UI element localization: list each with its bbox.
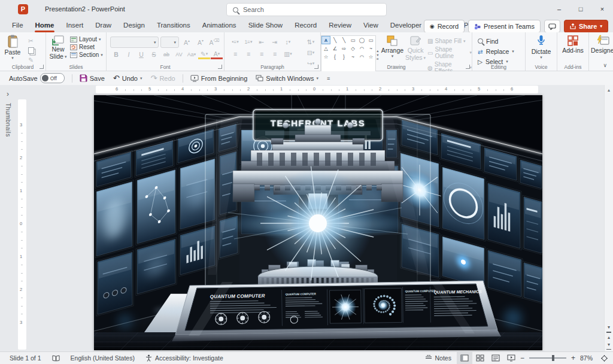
from-beginning-button[interactable]: From Beginning <box>187 75 251 82</box>
shape-fill-button[interactable]: ▨Shape Fill▾ <box>427 38 472 44</box>
reset-button[interactable]: Reset <box>70 44 103 50</box>
tab-file[interactable]: File <box>6 18 29 32</box>
paragraph-dialog-launcher[interactable] <box>314 65 318 69</box>
text-box-shape[interactable]: A <box>321 36 330 44</box>
slide-canvas[interactable]: TECHFRONT LABS <box>94 95 542 350</box>
arc-shape[interactable]: ◠ <box>357 44 366 53</box>
arrow-line-shape[interactable]: ╲ <box>339 36 348 44</box>
tab-draw[interactable]: Draw <box>89 18 117 32</box>
tab-insert[interactable]: Insert <box>60 18 89 32</box>
autosave-toggle[interactable]: AutoSave Off <box>6 73 68 83</box>
zoom-out-button[interactable]: − <box>519 354 526 362</box>
align-left-button[interactable]: ≡ <box>229 49 241 59</box>
text-shadow-button[interactable]: ab <box>160 50 172 59</box>
justify-button[interactable]: ≡ <box>269 49 281 59</box>
spell-check-button[interactable] <box>47 355 65 362</box>
tab-slide-show[interactable]: Slide Show <box>242 18 289 32</box>
bold-button[interactable]: B <box>110 50 122 59</box>
scroll-down-arrow[interactable]: ▾ <box>608 324 610 330</box>
font-dialog-launcher[interactable] <box>218 65 222 69</box>
text-direction-button[interactable]: ⇅▾ <box>305 37 317 47</box>
rectangle-shape[interactable]: ▭ <box>348 36 357 44</box>
expand-thumbnails-button[interactable]: › <box>7 90 9 98</box>
comments-button[interactable] <box>544 20 560 33</box>
section-button[interactable]: Section▾ <box>70 51 103 58</box>
dictate-button[interactable]: Dictate ▾ <box>526 32 557 59</box>
tab-review[interactable]: Review <box>323 18 357 32</box>
next-slide-button[interactable]: ▾ <box>608 342 610 347</box>
tab-developer[interactable]: Developer <box>384 18 427 32</box>
normal-view-button[interactable] <box>457 352 472 364</box>
slide-indicator[interactable]: Slide 1 of 1 <box>0 354 47 362</box>
zoom-level[interactable]: 87% <box>576 354 596 362</box>
minimize-button[interactable]: – <box>548 0 570 18</box>
align-right-button[interactable]: ≡ <box>256 49 268 59</box>
oval-shape[interactable]: ◯ <box>357 36 366 44</box>
numbering-button[interactable]: 1≡▾ <box>242 37 254 47</box>
present-in-teams-button[interactable]: Present in Teams <box>468 20 541 33</box>
close-button[interactable]: × <box>591 0 613 18</box>
find-button[interactable]: Find <box>472 37 525 46</box>
font-color-button[interactable]: A▾ <box>211 50 223 59</box>
chord-shape[interactable]: ◠ <box>357 53 366 61</box>
paste-button[interactable]: Paste ▾ <box>0 32 25 65</box>
line-shape[interactable]: ╲ <box>330 36 339 44</box>
grow-font-button[interactable]: A▴ <box>181 38 193 47</box>
clear-formatting-button[interactable]: A⌫ <box>208 38 220 47</box>
vertical-scrollbar[interactable]: ▴ ▾ ▴ ▾ <box>604 85 613 352</box>
clipboard-dialog-launcher[interactable] <box>40 65 44 69</box>
fit-slide-button[interactable] <box>596 352 612 364</box>
record-button[interactable]: ◉ Record <box>424 20 465 33</box>
format-painter-button[interactable]: ✎ <box>25 55 37 65</box>
columns-button[interactable]: ▥▾ <box>282 49 294 59</box>
switch-windows-button[interactable]: Switch Windows▾ <box>253 75 321 82</box>
triangle-shape[interactable]: △ <box>321 44 330 53</box>
previous-slide-button[interactable]: ▴ <box>608 335 610 340</box>
align-text-button[interactable]: ⊟▾ <box>305 48 317 57</box>
cut-button[interactable]: ✂ <box>25 36 37 46</box>
slideshow-view-button[interactable] <box>503 352 519 364</box>
tab-animations[interactable]: Animations <box>196 18 242 32</box>
shapes-more[interactable]: ≡ <box>377 57 379 61</box>
zoom-in-button[interactable]: + <box>570 354 576 362</box>
angle-shape[interactable]: ∠ <box>330 44 339 53</box>
decrease-indent-button[interactable]: ⇤ <box>256 37 268 47</box>
star-shape[interactable]: ☆ <box>321 53 330 61</box>
redo-button[interactable]: ↷ Redo <box>148 74 178 83</box>
notes-button[interactable]: Notes <box>420 354 457 362</box>
thumbnails-pane-label[interactable]: Thumbnails <box>5 103 11 137</box>
shrink-font-button[interactable]: A▾ <box>195 38 207 47</box>
change-case-button[interactable]: Aa▾ <box>186 50 198 59</box>
align-center-button[interactable]: ≡ <box>242 49 254 59</box>
reading-view-button[interactable] <box>488 352 503 364</box>
shapes-scroll-down[interactable]: ▾ <box>377 53 379 57</box>
increase-indent-button[interactable]: ⇥ <box>269 37 281 47</box>
new-slide-button[interactable]: New Slide▾ <box>46 32 70 60</box>
undo-button[interactable]: ↶ Undo▾ <box>110 74 145 83</box>
tab-record[interactable]: Record <box>289 18 323 32</box>
shape-outline-button[interactable]: ▭Shape Outline▾ <box>427 46 472 59</box>
underline-button[interactable]: U <box>135 50 147 59</box>
line-spacing-button[interactable]: ↕▾ <box>282 37 294 47</box>
qat-overflow-button[interactable]: ≡ <box>324 75 333 81</box>
brace-right-shape[interactable]: } <box>339 53 348 61</box>
layout-button[interactable]: Layout▾ <box>70 36 103 43</box>
bullets-button[interactable]: •≡▾ <box>229 37 241 47</box>
search-input[interactable]: Search <box>226 3 387 16</box>
horizontal-ruler[interactable]: 6543210123456 <box>96 86 538 93</box>
tab-home[interactable]: Home <box>29 18 60 32</box>
tab-transitions[interactable]: Transitions <box>151 18 196 32</box>
character-spacing-button[interactable]: AV <box>173 50 185 59</box>
tab-design[interactable]: Design <box>117 18 151 32</box>
highlight-color-button[interactable]: ✎▾ <box>198 50 210 59</box>
curve-shape[interactable]: ~ <box>366 44 375 53</box>
slide-sorter-view-button[interactable] <box>472 352 488 364</box>
maximize-button[interactable]: □ <box>570 0 591 18</box>
replace-button[interactable]: ⇄Replace▾ <box>472 47 525 56</box>
copy-button[interactable] <box>25 46 37 55</box>
addins-button[interactable]: Add-ins <box>557 32 588 54</box>
font-name-select[interactable]: ▾ <box>110 37 159 48</box>
drawing-dialog-launcher[interactable] <box>466 65 470 69</box>
vertical-ruler[interactable]: 3210123 <box>18 99 26 350</box>
accessibility-checker[interactable]: Accessibility: Investigate <box>140 354 229 362</box>
